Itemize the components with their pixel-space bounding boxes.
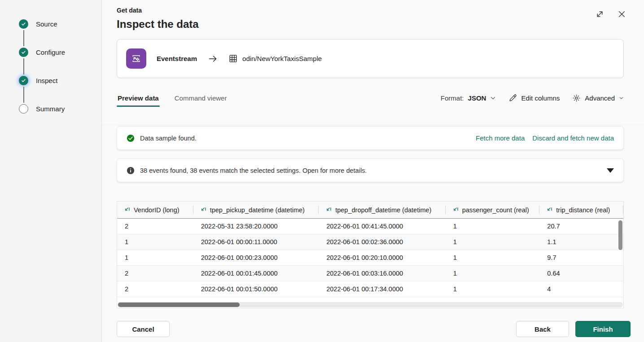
table-cell: 2022-06-01 00:03:16.0000 <box>319 270 445 277</box>
table-cell: 9.7 <box>539 254 623 261</box>
advanced-label: Advanced <box>585 94 615 102</box>
edit-pencil-icon <box>508 94 517 102</box>
table-cell: 2022-06-01 00:01:45.0000 <box>193 270 319 277</box>
column-type-icon <box>124 207 130 213</box>
table-cell: 2022-06-01 00:00:23.0000 <box>193 254 319 261</box>
step-label: Source <box>36 20 57 28</box>
table-row[interactable]: 22022-05-31 23:58:20.00002022-06-01 00:4… <box>117 219 623 234</box>
format-dropdown[interactable]: Format: JSON <box>441 94 496 102</box>
status-links: Fetch more dataDiscard and fetch new dat… <box>476 134 614 142</box>
cancel-button[interactable]: Cancel <box>117 321 170 337</box>
tab-preview-data[interactable]: Preview data <box>117 90 160 106</box>
table-cell: 1 <box>117 238 193 246</box>
dialog-eyebrow: Get data <box>117 7 142 14</box>
sidebar-step-summary[interactable]: Summary <box>19 95 101 123</box>
table-cell: 1 <box>446 223 540 230</box>
back-button[interactable]: Back <box>516 321 569 337</box>
table-cell: 2 <box>117 223 193 230</box>
table-cell: 4 <box>539 285 623 293</box>
column-header[interactable]: VendorID (long) <box>117 202 193 218</box>
chevron-down-icon <box>490 95 496 101</box>
vertical-scrollbar-thumb[interactable] <box>618 220 622 250</box>
link-fetch-more-data[interactable]: Fetch more data <box>476 134 525 142</box>
column-header[interactable]: passenger_count (real) <box>446 202 540 218</box>
preview-toolbar: Format: JSON Edit columns Adv <box>441 94 624 102</box>
table-row[interactable]: 12022-06-01 00:00:11.00002022-06-01 00:0… <box>117 234 623 250</box>
table-row[interactable]: 22022-06-01 00:01:50.00002022-06-01 00:1… <box>117 281 623 297</box>
column-type-icon <box>453 207 459 213</box>
sidebar-step-configure[interactable]: Configure <box>19 38 101 66</box>
column-header-label: VendorID (long) <box>134 206 180 214</box>
column-header-label: passenger_count (real) <box>462 206 529 214</box>
edit-columns-label: Edit columns <box>521 94 560 102</box>
step-connector <box>23 58 24 75</box>
vertical-scrollbar[interactable] <box>618 219 623 302</box>
info-icon <box>127 167 135 175</box>
column-type-icon <box>547 207 552 213</box>
source-name: Eventstream <box>157 55 197 62</box>
format-label: Format: <box>441 94 464 102</box>
table-cell: 1 <box>446 285 540 293</box>
table-cell: 20.7 <box>539 223 623 230</box>
eventstream-icon <box>126 48 146 69</box>
table-cell: 0.64 <box>539 270 623 277</box>
finish-button[interactable]: Finish <box>575 321 631 337</box>
horizontal-scrollbar-thumb[interactable] <box>118 303 240 307</box>
column-header-label: tpep_pickup_datetime (datetime) <box>210 206 305 214</box>
table-cell: 2 <box>117 270 193 277</box>
table-cell: 2022-06-01 00:20:10.0000 <box>319 254 445 261</box>
preview-table: VendorID (long) tpep_pickup_datetime (da… <box>117 201 624 308</box>
step-check-icon <box>19 19 28 29</box>
column-type-icon <box>326 207 332 213</box>
link-discard-and-fetch-new-data[interactable]: Discard and fetch new data <box>532 134 614 142</box>
format-value: JSON <box>468 94 486 102</box>
table-cell: 2022-05-31 23:58:20.0000 <box>193 223 319 230</box>
table-body: 22022-05-31 23:58:20.00002022-06-01 00:4… <box>117 219 623 297</box>
chevron-down-icon <box>619 96 624 101</box>
advanced-button[interactable]: Advanced <box>572 94 624 102</box>
status-message: Data sample found. <box>140 135 197 142</box>
table-cell: 1 <box>446 254 540 261</box>
sidebar-step-source[interactable]: Source <box>19 10 101 38</box>
collapse-triangle-icon[interactable] <box>607 168 614 173</box>
flow-arrow-icon <box>208 54 218 64</box>
column-header-label: tpep_dropoff_datetime (datetime) <box>335 206 431 214</box>
close-icon[interactable] <box>616 9 627 20</box>
table-header-row: VendorID (long) tpep_pickup_datetime (da… <box>117 202 623 219</box>
table-grid-icon <box>228 54 238 63</box>
table-cell: 2022-06-01 00:00:11.0000 <box>193 238 319 246</box>
table-cell: 1 <box>117 254 193 261</box>
step-check-icon <box>19 48 28 57</box>
column-header[interactable]: trip_distance (real) <box>539 202 623 218</box>
success-check-icon <box>127 134 135 142</box>
main-panel: Get data Inspect the data <box>102 0 644 342</box>
sidebar-step-inspect[interactable]: Inspect <box>19 66 101 95</box>
destination-name: odin/NewYorkTaxisSample <box>242 55 322 62</box>
info-message: 38 events found, 38 events match the sel… <box>140 167 367 174</box>
column-header[interactable]: tpep_pickup_datetime (datetime) <box>193 202 319 218</box>
wizard-stepper: Source Configure InspectSummary <box>19 10 101 123</box>
table-cell: 2022-06-01 00:01:50.0000 <box>193 285 319 293</box>
table-row[interactable]: 12022-06-01 00:00:23.00002022-06-01 00:2… <box>117 250 623 266</box>
step-connector <box>23 87 24 103</box>
step-label: Configure <box>36 48 65 56</box>
table-cell: 1 <box>446 238 540 246</box>
column-header[interactable]: tpep_dropoff_datetime (datetime) <box>319 202 445 218</box>
table-cell: 2022-06-01 00:17:34.0000 <box>319 285 445 293</box>
status-message-bar: Data sample found. Fetch more dataDiscar… <box>117 126 624 150</box>
tabs: Preview dataCommand viewer <box>117 90 241 106</box>
table-cell: 1.1 <box>539 238 623 246</box>
info-message-bar: 38 events found, 38 events match the sel… <box>117 158 624 182</box>
edit-columns-button[interactable]: Edit columns <box>508 94 560 102</box>
settings-gear-icon <box>572 94 581 102</box>
tab-bar: Preview dataCommand viewer Format: JSON … <box>117 88 624 108</box>
horizontal-scrollbar[interactable] <box>118 302 623 307</box>
tab-command-viewer[interactable]: Command viewer <box>174 90 228 106</box>
column-type-icon <box>201 207 206 213</box>
window-controls <box>594 9 627 20</box>
table-row[interactable]: 22022-06-01 00:01:45.00002022-06-01 00:0… <box>117 266 623 281</box>
table-cell: 2 <box>117 285 193 293</box>
expand-icon[interactable] <box>594 9 605 20</box>
source-destination-card: Eventstream odin/NewYorkTaxisSample <box>117 39 624 78</box>
column-header-label: trip_distance (real) <box>556 206 610 214</box>
